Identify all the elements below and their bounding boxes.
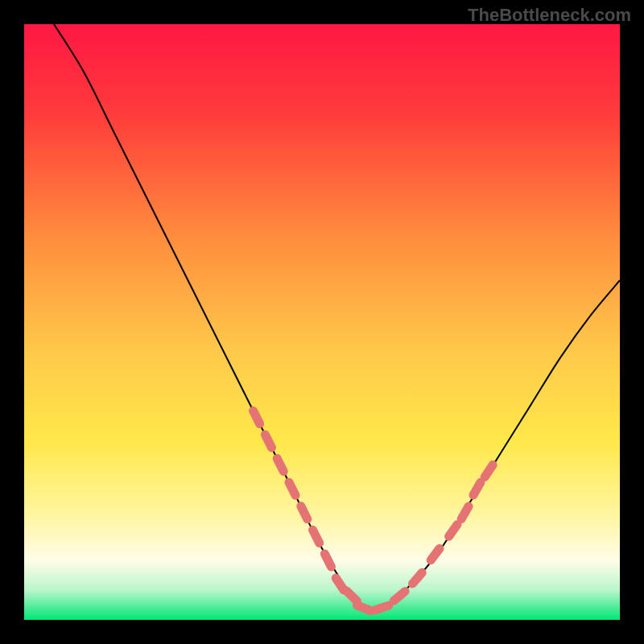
marker-dash [461,506,469,519]
highlight-markers [254,411,493,610]
marker-dash [473,482,481,495]
bottleneck-curve [54,24,620,610]
marker-dash [301,506,308,519]
marker-dash [357,605,370,611]
marker-dash [336,578,344,590]
marker-dash [449,525,457,537]
marker-dash [277,459,283,472]
marker-dash [394,592,405,601]
marker-dash [413,572,423,584]
marker-dash [485,465,493,477]
marker-dash [265,435,271,448]
marker-dash [324,554,331,567]
marker-dash [289,482,295,495]
marker-dash [374,605,388,610]
marker-dash [347,591,357,601]
marker-dash [431,548,440,559]
curve-layer [24,24,620,620]
marker-dash [313,530,320,543]
chart-container [24,24,620,620]
marker-dash [254,411,260,423]
watermark-text: TheBottleneck.com [468,5,631,26]
